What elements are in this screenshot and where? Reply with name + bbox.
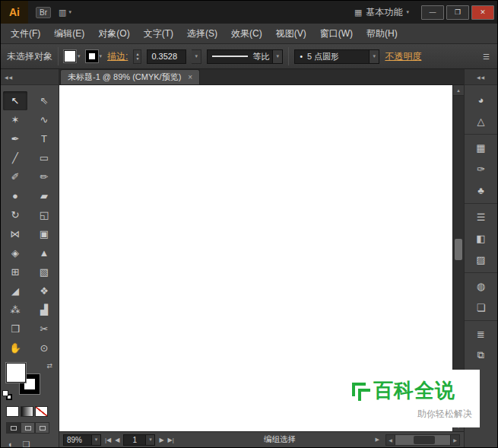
menu-effect[interactable]: 效果(C) (224, 24, 269, 43)
horizontal-scroll-thumb[interactable] (414, 436, 435, 444)
blend-tool[interactable]: ❖ (30, 281, 59, 300)
artboard-number-field[interactable]: 1 (123, 434, 146, 446)
zoom-level-field[interactable]: 89% (63, 434, 92, 446)
close-button[interactable]: ✕ (471, 5, 494, 20)
layers-panel-icon[interactable]: ≣ (465, 320, 497, 345)
scroll-up-button[interactable]: ▲ (453, 85, 464, 96)
brushes-panel-icon[interactable]: ✑ (465, 158, 497, 180)
draw-behind-button[interactable] (21, 422, 35, 434)
document-tab[interactable]: 未标题-1 @ 89% (CMYK/预览) × (60, 69, 200, 84)
menu-object[interactable]: 对象(O) (91, 24, 136, 43)
horizontal-scroll-track[interactable] (395, 434, 450, 446)
symbol-sprayer-tool[interactable]: ⁂ (1, 300, 30, 319)
menu-edit[interactable]: 编辑(E) (47, 24, 91, 43)
perspective-grid-tool[interactable]: ▲ (30, 243, 59, 262)
rectangle-tool[interactable]: ▭ (30, 148, 59, 167)
color-panel-icon[interactable]: ◕ (465, 89, 497, 110)
magic-wand-tool[interactable]: ✶ (1, 110, 30, 129)
status-display[interactable]: 编组选择 ▶ (178, 434, 382, 446)
graphic-styles-panel-icon[interactable]: ❏ (465, 297, 497, 318)
stroke-panel-link[interactable]: 描边: (107, 50, 128, 63)
none-button[interactable] (35, 406, 48, 417)
default-fill-stroke-button[interactable] (2, 390, 12, 400)
fill-swatch[interactable] (64, 50, 76, 62)
menu-window[interactable]: 窗口(W) (313, 24, 360, 43)
slice-tool[interactable]: ✂ (30, 319, 59, 338)
scroll-right-button[interactable]: ▶ (450, 434, 460, 446)
lasso-tool[interactable]: ∿ (30, 110, 59, 129)
next-artboard-button[interactable]: ▶ (159, 437, 163, 443)
pencil-tool[interactable]: ✏ (30, 167, 59, 186)
swatches-panel-icon[interactable]: ▦ (465, 134, 497, 158)
zoom-tool[interactable]: ⊙ (30, 338, 59, 357)
stroke-panel-icon[interactable]: ☰ (465, 203, 497, 227)
scale-tool[interactable]: ◱ (30, 205, 59, 224)
eraser-tool[interactable]: ▰ (30, 186, 59, 205)
stroke-swatch[interactable] (86, 50, 98, 62)
menu-select[interactable]: 选择(S) (180, 24, 224, 43)
stroke-weight-stepper[interactable]: ▲ ▼ (133, 49, 141, 64)
last-artboard-button[interactable]: ▶| (168, 437, 174, 443)
rotate-tool[interactable]: ↻ (1, 205, 30, 224)
menu-type[interactable]: 文字(T) (137, 24, 180, 43)
bridge-button[interactable]: Br (36, 7, 51, 18)
artboard-dropdown-button[interactable]: ▾ (146, 434, 155, 446)
draw-inside-button[interactable] (35, 422, 49, 434)
width-profile-dropdown[interactable]: 等比 ▾ (207, 49, 283, 64)
brush-dropdown-button[interactable]: ▾ (369, 50, 379, 63)
free-transform-tool[interactable]: ▣ (30, 224, 59, 243)
menu-view[interactable]: 视图(V) (269, 24, 313, 43)
artboards-panel-icon[interactable]: ⧉ (465, 345, 497, 366)
color-guide-panel-icon[interactable]: △ (465, 110, 497, 132)
gradient-panel-icon[interactable]: ◧ (465, 227, 497, 249)
menu-help[interactable]: 帮助(H) (360, 24, 404, 43)
fill-color-swatch[interactable] (6, 363, 26, 383)
stroke-weight-field[interactable]: 0.3528 (147, 49, 186, 64)
normal-screen-icon[interactable]: ❏ (23, 440, 30, 448)
arrange-documents-button[interactable]: ▥ ▾ (59, 8, 71, 17)
draw-normal-button[interactable] (6, 422, 21, 434)
previous-artboard-button[interactable]: ◀ (115, 437, 119, 443)
blob-brush-tool[interactable]: ● (1, 186, 30, 205)
pen-tool[interactable]: ✒ (1, 129, 30, 148)
selection-tool[interactable]: ↖ (3, 91, 27, 110)
shape-builder-tool[interactable]: ◈ (1, 243, 30, 262)
stroke-weight-dropdown[interactable]: ▾ (192, 49, 201, 64)
color-button[interactable] (6, 406, 19, 417)
fill-color-control[interactable]: ▾ (64, 50, 81, 62)
first-artboard-button[interactable]: |◀ (105, 437, 111, 443)
gradient-button[interactable] (21, 406, 33, 417)
horizontal-scrollbar[interactable]: ◀ ▶ (385, 434, 460, 446)
type-tool[interactable]: T (30, 129, 59, 148)
stepper-up-icon[interactable]: ▲ (135, 52, 139, 56)
stepper-down-icon[interactable]: ▼ (135, 57, 139, 61)
maximize-button[interactable]: ❐ (446, 5, 469, 20)
tools-panel-header[interactable]: ◀◀ (1, 69, 59, 85)
line-segment-tool[interactable]: ╱ (1, 148, 30, 167)
tab-close-icon[interactable]: × (188, 73, 192, 81)
profile-dropdown-button[interactable]: ▾ (272, 50, 282, 63)
transparency-panel-icon[interactable]: ▨ (465, 249, 497, 270)
minimize-button[interactable]: — (421, 5, 444, 20)
menu-file[interactable]: 文件(F) (4, 24, 47, 43)
status-menu-arrow-icon[interactable]: ▶ (376, 437, 379, 443)
direct-selection-tool[interactable]: ⇖ (30, 91, 59, 110)
opacity-panel-link[interactable]: 不透明度 (385, 50, 421, 63)
gradient-tool[interactable]: ▧ (30, 262, 59, 281)
appearance-panel-icon[interactable]: ◍ (465, 272, 497, 297)
eyedropper-tool[interactable]: ◢ (1, 281, 30, 300)
paintbrush-tool[interactable]: ✐ (1, 167, 30, 186)
mesh-tool[interactable]: ⊞ (1, 262, 30, 281)
scroll-left-button[interactable]: ◀ (385, 434, 395, 446)
stroke-color-control[interactable]: ▾ (86, 50, 103, 62)
dock-header[interactable]: ◀◀ (465, 69, 497, 85)
column-graph-tool[interactable]: ▟ (30, 300, 59, 319)
control-panel-menu-icon[interactable]: ☰ (483, 52, 490, 61)
zoom-dropdown-button[interactable]: ▾ (92, 434, 101, 446)
workspace-switcher[interactable]: ▦ 基本功能 ▾ (354, 6, 409, 19)
swap-fill-stroke-icon[interactable]: ⇄ (46, 362, 52, 370)
screen-mode-button[interactable]: ◐ (8, 440, 14, 448)
artboard-tool[interactable]: ❒ (1, 319, 30, 338)
brush-definition-dropdown[interactable]: • 5 点圆形 ▾ (294, 49, 379, 64)
vertical-scroll-thumb[interactable] (455, 239, 462, 260)
